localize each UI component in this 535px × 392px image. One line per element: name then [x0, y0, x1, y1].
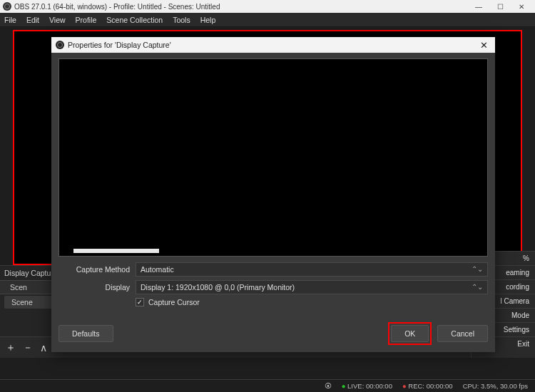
live-indicator-icon: ●	[342, 382, 346, 390]
network-icon: ⦿	[325, 382, 332, 390]
menu-help[interactable]: Help	[200, 16, 216, 24]
rec-indicator-icon: ●	[402, 382, 407, 390]
preview-scrollbar[interactable]	[73, 249, 159, 253]
dialog-preview	[58, 58, 488, 257]
menu-profile[interactable]: Profile	[76, 16, 97, 24]
maximize-button[interactable]: ☐	[489, 0, 511, 13]
capture-method-select[interactable]: Automatic ⌃⌄	[136, 262, 488, 277]
menu-tools[interactable]: Tools	[173, 16, 190, 24]
percent-icon: %	[523, 254, 529, 262]
menu-edit[interactable]: Edit	[26, 16, 39, 24]
capture-method-value: Automatic	[141, 265, 174, 274]
add-scene-button[interactable]: ＋	[6, 341, 16, 354]
ok-button[interactable]: OK	[391, 325, 429, 342]
status-live: LIVE: 00:00:00	[347, 382, 392, 390]
dialog-close-button[interactable]: ✕	[477, 40, 491, 51]
status-rec: REC: 00:00:00	[408, 382, 452, 390]
menu-file[interactable]: File	[4, 16, 16, 24]
window-title: OBS 27.0.1 (64-bit, windows) - Profile: …	[14, 3, 220, 11]
cancel-button[interactable]: Cancel	[437, 325, 488, 342]
status-bar: ⦿ ● LIVE: 00:00:00 ● REC: 00:00:00 CPU: …	[0, 379, 535, 392]
minimize-button[interactable]: —	[468, 0, 489, 13]
capture-method-label: Capture Method	[58, 265, 136, 274]
display-select[interactable]: Display 1: 1920x1080 @ 0,0 (Primary Moni…	[136, 280, 488, 294]
ok-highlight-annotation: OK	[388, 322, 432, 345]
window-titlebar: OBS 27.0.1 (64-bit, windows) - Profile: …	[0, 0, 535, 13]
close-window-button[interactable]: ✕	[511, 0, 532, 13]
remove-scene-button[interactable]: －	[23, 341, 33, 354]
dialog-title: Properties for 'Display Capture'	[68, 41, 171, 49]
check-icon: ✓	[137, 299, 143, 306]
obs-logo-icon	[3, 2, 11, 11]
menu-bar: File Edit View Profile Scene Collection …	[0, 13, 535, 27]
menu-scene-collection[interactable]: Scene Collection	[106, 16, 163, 24]
chevron-updown-icon: ⌃⌄	[472, 266, 483, 273]
capture-cursor-checkbox[interactable]: ✓	[136, 298, 144, 306]
properties-dialog: Properties for 'Display Capture' ✕ Captu…	[51, 37, 495, 352]
chevron-updown-icon: ⌃⌄	[472, 284, 483, 291]
status-cpu: CPU: 3.5%, 30.00 fps	[463, 382, 528, 390]
display-label: Display	[58, 283, 136, 292]
display-value: Display 1: 1920x1080 @ 0,0 (Primary Moni…	[141, 283, 295, 292]
move-scene-up-button[interactable]: ∧	[40, 342, 47, 354]
dialog-titlebar: Properties for 'Display Capture' ✕	[51, 37, 495, 53]
menu-view[interactable]: View	[49, 16, 66, 24]
defaults-button[interactable]: Defaults	[58, 325, 113, 342]
obs-logo-icon	[56, 41, 64, 49]
capture-cursor-label: Capture Cursor	[148, 298, 200, 306]
